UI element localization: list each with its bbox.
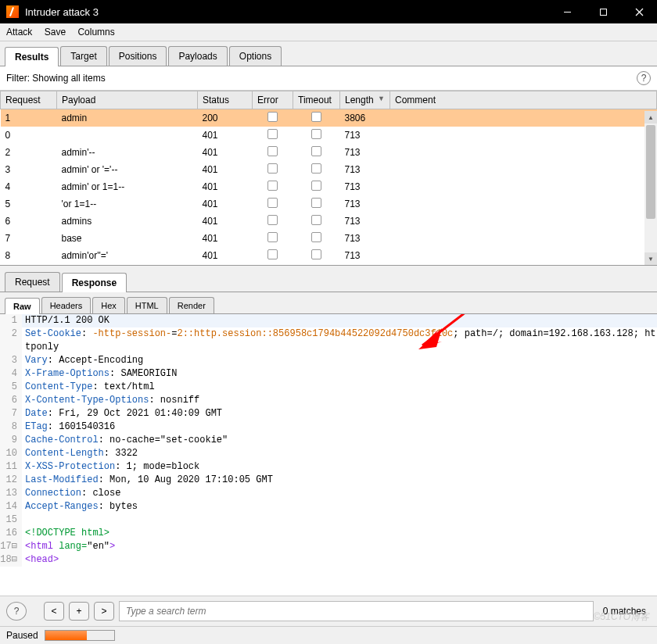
table-row[interactable]: 7base401713 bbox=[1, 230, 657, 247]
table-row[interactable]: 6admins401713 bbox=[1, 213, 657, 230]
col-error[interactable]: Error bbox=[253, 91, 293, 109]
checkbox-icon bbox=[267, 163, 278, 174]
tab-payloads[interactable]: Payloads bbox=[168, 46, 227, 66]
col-length[interactable]: Length bbox=[340, 91, 390, 109]
line-content: Accept-Ranges: bytes bbox=[22, 500, 138, 513]
checkbox-icon bbox=[267, 249, 278, 259]
line-number: 3 bbox=[0, 354, 22, 367]
checkbox-icon bbox=[311, 181, 321, 191]
col-status[interactable]: Status bbox=[198, 91, 253, 109]
line-number: 18⊟ bbox=[0, 553, 22, 567]
subtab-response[interactable]: Response bbox=[62, 273, 127, 292]
line-number: 11 bbox=[0, 460, 22, 474]
checkbox-icon bbox=[311, 163, 321, 174]
code-line: 4X-Frame-Options: SAMEORIGIN bbox=[0, 367, 657, 381]
maximize-button[interactable] bbox=[585, 0, 621, 23]
line-number: 9 bbox=[0, 434, 22, 447]
table-row[interactable]: 2admin'--401713 bbox=[1, 144, 657, 161]
line-content: Connection: close bbox=[22, 487, 120, 500]
tab-results[interactable]: Results bbox=[5, 47, 59, 66]
col-payload[interactable]: Payload bbox=[57, 91, 198, 109]
filter-row[interactable]: Filter: Showing all items ? bbox=[0, 66, 657, 91]
col-timeout[interactable]: Timeout bbox=[293, 91, 340, 109]
checkbox-icon bbox=[267, 129, 278, 139]
code-line: 5Content-Type: text/html bbox=[0, 381, 657, 394]
scrollbar-thumb[interactable] bbox=[646, 125, 655, 219]
line-number: 13 bbox=[0, 487, 22, 500]
checkbox-icon bbox=[267, 232, 278, 242]
menu-save[interactable]: Save bbox=[45, 27, 66, 38]
line-number: 7 bbox=[0, 407, 22, 420]
help-icon[interactable]: ? bbox=[6, 602, 27, 621]
line-number: 6 bbox=[0, 394, 22, 407]
line-content: Date: Fri, 29 Oct 2021 01:40:09 GMT bbox=[22, 407, 222, 420]
code-area[interactable]: 1HTTP/1.1 200 OK2Set-Cookie: -http-sessi… bbox=[0, 314, 657, 596]
table-row[interactable]: 9user401713 bbox=[1, 264, 657, 266]
search-input[interactable] bbox=[119, 601, 594, 621]
subtab-request[interactable]: Request bbox=[5, 272, 60, 292]
line-number: 17⊟ bbox=[0, 540, 22, 553]
code-line: 9Cache-Control: no-cache="set-cookie" bbox=[0, 434, 657, 447]
line-number: 15 bbox=[0, 513, 22, 527]
tab-target[interactable]: Target bbox=[60, 46, 106, 66]
app-icon bbox=[6, 5, 19, 18]
code-line: 15 bbox=[0, 513, 657, 527]
scroll-up-icon[interactable]: ▲ bbox=[644, 111, 657, 123]
sub-tabs: RequestResponse bbox=[0, 266, 657, 292]
checkbox-icon bbox=[267, 181, 278, 191]
line-number: 1 bbox=[0, 314, 22, 327]
table-row[interactable]: 4admin' or 1=1--401713 bbox=[1, 178, 657, 195]
help-icon[interactable]: ? bbox=[637, 71, 651, 85]
line-content: HTTP/1.1 200 OK bbox=[22, 314, 110, 327]
line-number: 10 bbox=[0, 447, 22, 460]
checkbox-icon bbox=[267, 146, 278, 156]
checkbox-icon bbox=[311, 249, 321, 259]
viewtab-headers[interactable]: Headers bbox=[41, 297, 92, 313]
scroll-down-icon[interactable]: ▼ bbox=[644, 252, 657, 265]
table-scrollbar[interactable]: ▲ ▼ bbox=[644, 111, 657, 265]
code-line: 16<!DOCTYPE html> bbox=[0, 527, 657, 540]
minimize-button[interactable] bbox=[549, 0, 585, 23]
checkbox-icon bbox=[267, 215, 278, 225]
menu-attack[interactable]: Attack bbox=[6, 27, 32, 38]
results-table-wrap: RequestPayloadStatusErrorTimeoutLengthCo… bbox=[0, 91, 657, 266]
viewtab-html[interactable]: HTML bbox=[127, 297, 167, 313]
checkbox-icon bbox=[311, 198, 321, 208]
close-button[interactable] bbox=[621, 0, 657, 23]
line-content: Last-Modified: Mon, 10 Aug 2020 17:10:05… bbox=[22, 474, 273, 487]
checkbox-icon bbox=[267, 198, 278, 208]
table-row[interactable]: 1admin2003806 bbox=[1, 109, 657, 127]
col-comment[interactable]: Comment bbox=[390, 91, 657, 109]
line-content bbox=[22, 513, 25, 527]
progress-fill bbox=[45, 631, 87, 640]
checkbox-icon bbox=[311, 112, 321, 122]
line-content: <head> bbox=[22, 553, 59, 567]
table-row[interactable]: 3admin' or '='--401713 bbox=[1, 161, 657, 178]
viewtab-hex[interactable]: Hex bbox=[92, 297, 125, 313]
main-tabs: ResultsTargetPositionsPayloadsOptions bbox=[0, 41, 657, 66]
code-line: 10Content-Length: 3322 bbox=[0, 447, 657, 460]
viewtab-render[interactable]: Render bbox=[169, 297, 214, 313]
code-line: 11X-XSS-Protection: 1; mode=block bbox=[0, 460, 657, 474]
search-add-button[interactable]: + bbox=[69, 602, 89, 621]
table-row[interactable]: 8admin'or''='401713 bbox=[1, 247, 657, 264]
menu-columns[interactable]: Columns bbox=[77, 27, 114, 38]
results-table: RequestPayloadStatusErrorTimeoutLengthCo… bbox=[0, 91, 657, 266]
line-number: 4 bbox=[0, 367, 22, 381]
table-row[interactable]: 0401713 bbox=[1, 127, 657, 144]
search-next-button[interactable]: > bbox=[94, 602, 114, 621]
tab-options[interactable]: Options bbox=[229, 46, 282, 66]
tab-positions[interactable]: Positions bbox=[109, 46, 167, 66]
table-row[interactable]: 5'or 1=1--401713 bbox=[1, 195, 657, 213]
line-number: 12 bbox=[0, 474, 22, 487]
status-label: Paused bbox=[6, 630, 38, 641]
line-content: <!DOCTYPE html> bbox=[22, 527, 110, 540]
col-request[interactable]: Request bbox=[1, 91, 57, 109]
code-line: 3Vary: Accept-Encoding bbox=[0, 354, 657, 367]
line-content: Set-Cookie: -http-session-=2::http.sessi… bbox=[22, 327, 657, 354]
menubar: Attack Save Columns bbox=[0, 23, 657, 41]
code-line: 13Connection: close bbox=[0, 487, 657, 500]
viewtab-raw[interactable]: Raw bbox=[5, 298, 40, 314]
progress-bar bbox=[45, 630, 115, 641]
search-prev-button[interactable]: < bbox=[44, 602, 64, 621]
